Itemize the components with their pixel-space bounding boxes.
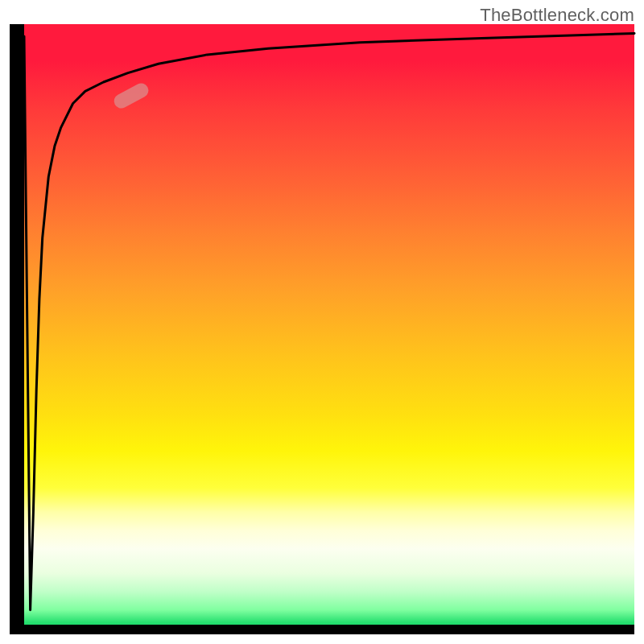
y-axis: [10, 24, 24, 634]
chart-container: TheBottleneck.com: [0, 0, 644, 644]
attribution-label: TheBottleneck.com: [480, 5, 634, 26]
curve-path: [24, 33, 634, 609]
bottleneck-curve: [24, 24, 634, 634]
